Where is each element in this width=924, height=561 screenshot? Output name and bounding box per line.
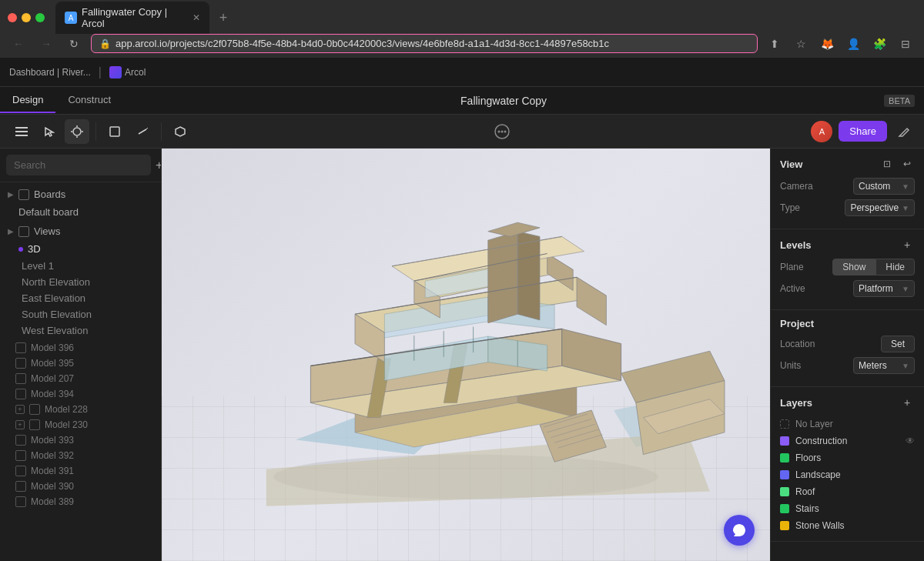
boards-icon [18,189,29,200]
model-item-393[interactable]: Model 393 [0,432,161,448]
arcol-link[interactable]: Arcol [109,66,146,78]
expand-icon-230[interactable]: + [15,420,25,429]
type-select[interactable]: Perspective ▼ [845,199,915,216]
layer-item-stairs[interactable]: Stairs [780,501,915,516]
location-set-btn[interactable]: Set [881,336,915,352]
tab-construct[interactable]: Construct [55,88,123,113]
model-item-392[interactable]: Model 392 [0,448,161,463]
model-icon-394 [15,389,26,399]
select-btn[interactable] [37,119,62,144]
model-item-389[interactable]: Model 389 [0,494,161,509]
model-item-230[interactable]: + Model 230 [0,417,161,432]
share-button[interactable]: Share [839,121,887,142]
back-btn[interactable]: ← [8,33,29,55]
minimize-window-btn[interactable] [22,13,31,22]
model-label-230: Model 230 [45,419,88,430]
chat-btn[interactable] [490,119,514,144]
share-url-icon[interactable]: ⬆ [764,33,785,55]
move-btn[interactable] [65,119,89,144]
layers-add-btn[interactable]: + [899,395,915,410]
no-layer-icon [780,419,789,429]
model-icon-207 [15,373,26,384]
chat-widget[interactable] [724,515,755,546]
app-header: Dashboard | River... | Arcol [0,58,924,87]
sidebar-item-south[interactable]: South Elevation [0,306,161,322]
search-input[interactable] [6,155,151,175]
sidebar-item-default-board[interactable]: Default board [0,203,161,221]
landscape-layer-label: Landscape [795,469,915,480]
sidebar-add-btn[interactable]: + [156,156,162,175]
menu-btn[interactable] [9,119,34,144]
new-tab-btn[interactable]: + [213,7,234,28]
layer-item-stone-walls[interactable]: Stone Walls [780,518,915,533]
svg-marker-31 [577,277,606,325]
toolbar-separator-1 [95,122,96,141]
active-label: Active [780,283,805,294]
layer-item-roof[interactable]: Roof [780,484,915,499]
view-undo-btn[interactable]: ↩ [899,156,915,172]
levels-section-header: Levels + [780,237,915,252]
camera-row: Camera Custom ▼ [780,178,915,195]
sidebar-toggle-icon[interactable]: ⊟ [895,33,916,55]
model-item-394[interactable]: Model 394 [0,386,161,402]
sidebar-item-north[interactable]: North Elevation [0,274,161,290]
right-panel: View ⊡ ↩ Camera Custom ▼ Type [770,149,924,561]
draw-btn[interactable] [130,119,155,144]
svg-rect-1 [15,131,28,132]
model-item-228[interactable]: + Model 228 [0,402,161,417]
bookmark-icon[interactable]: ☆ [790,33,812,55]
camera-select[interactable]: Custom ▼ [853,178,915,195]
landscape-color-swatch [780,470,789,479]
browser-tab-active[interactable]: A Fallingwater Copy | Arcol ✕ [55,2,209,34]
edit-icon[interactable] [893,121,915,142]
arcol-label: Arcol [125,67,146,78]
extension-icon-3[interactable]: 🧩 [869,33,890,55]
canvas-area[interactable] [162,149,770,561]
camera-select-arrow: ▼ [902,182,909,191]
tab-design[interactable]: Design [0,88,55,113]
expand-icon-228[interactable]: + [15,405,25,414]
layer-item-construction[interactable]: Construction 👁 [780,433,915,449]
reload-btn[interactable]: ↻ [63,33,85,55]
shape-btn[interactable] [102,119,127,144]
close-window-btn[interactable] [8,13,17,22]
extension-icon-1[interactable]: 🦊 [816,33,838,55]
model-item-391[interactable]: Model 391 [0,463,161,479]
plane-label: Plane [780,262,804,272]
avatar[interactable]: A [811,121,832,142]
layer-item-floors[interactable]: Floors [780,450,915,466]
sidebar-item-east[interactable]: East Elevation [0,290,161,306]
model-item-395[interactable]: Model 395 [0,356,161,371]
model-item-396[interactable]: Model 396 [0,340,161,356]
floors-color-swatch [780,453,789,462]
views-header[interactable]: ▶ Views [0,222,161,240]
dashboard-link[interactable]: Dashboard | River... [9,67,91,78]
sidebar-section-views: ▶ Views 3D Level 1 North Elevation [0,222,161,339]
url-bar[interactable]: 🔒 app.arcol.io/projects/c2f075b8-4f5e-48… [91,34,758,53]
camera-value: Custom [859,181,890,192]
tab-close-btn[interactable]: ✕ [192,12,200,23]
boards-label: Boards [34,189,65,200]
plane-hide-btn[interactable]: Hide [875,259,915,275]
plane-show-btn[interactable]: Show [832,259,875,275]
extension-icon-2[interactable]: 👤 [842,33,864,55]
model-icon-228 [29,404,40,415]
model-item-390[interactable]: Model 390 [0,479,161,494]
sidebar-item-west[interactable]: West Elevation [0,322,161,339]
units-select[interactable]: Meters ▼ [853,357,915,374]
transform-btn[interactable] [168,119,192,144]
model-icon-389 [15,496,26,507]
forward-btn[interactable]: → [35,33,57,55]
sidebar-item-3d[interactable]: 3D [0,240,161,258]
building-model[interactable] [204,152,728,521]
boards-header[interactable]: ▶ Boards [0,185,161,203]
breadcrumb: Dashboard | River... | Arcol [9,65,146,79]
maximize-window-btn[interactable] [35,13,45,22]
active-level-select[interactable]: Platform ▼ [853,280,915,297]
sidebar-item-level1[interactable]: Level 1 [0,258,161,274]
layer-item-landscape[interactable]: Landscape [780,467,915,483]
construction-visibility-icon[interactable]: 👁 [906,436,915,446]
levels-add-btn[interactable]: + [899,237,915,252]
model-item-207[interactable]: Model 207 [0,371,161,386]
view-restore-btn[interactable]: ⊡ [879,156,895,172]
